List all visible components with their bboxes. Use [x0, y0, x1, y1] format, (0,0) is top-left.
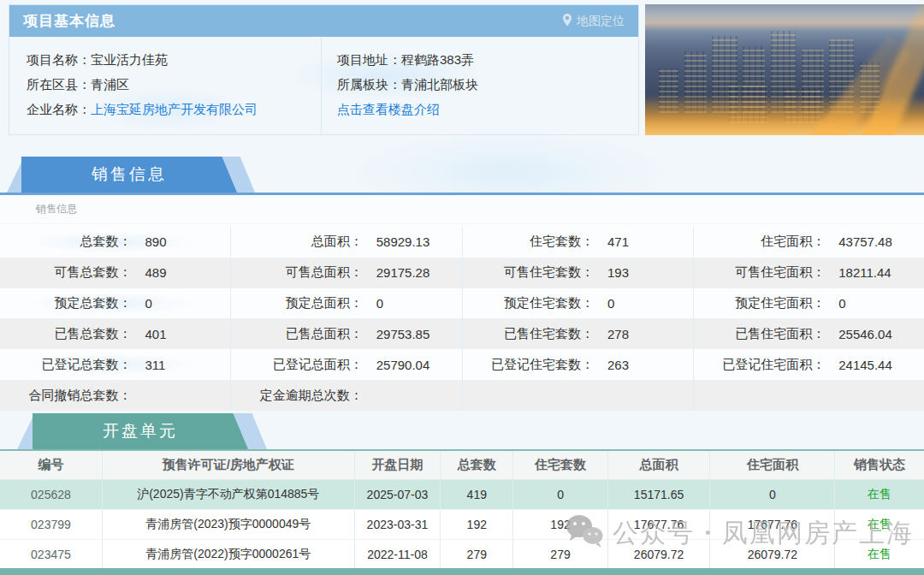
sales-field-label: 可售住宅套数：	[463, 264, 594, 281]
sales-cell: 可售总套数：489	[0, 258, 231, 288]
opening-cell: 0	[513, 480, 607, 509]
sales-field-label: 可售住宅面积：	[694, 264, 825, 281]
map-locate-link[interactable]: 地图定位	[562, 14, 625, 29]
sales-cell: 已售住宅面积：25546.04	[694, 318, 924, 349]
opening-cell: 2022-11-08	[355, 540, 441, 569]
project-info-right-col: 项目地址： 程鹤路383弄 所属板块： 青浦北部板块 点击查看楼盘介绍	[322, 37, 638, 134]
project-info-left-col: 项目名称： 宝业活力佳苑 所在区县： 青浦区 企业名称： 上海宝延房地产开发有限…	[9, 37, 322, 134]
sales-cell: 预定总面积：0	[231, 288, 462, 319]
opening-cell: 26079.72	[710, 540, 835, 569]
plate-label: 所属板块：	[337, 77, 401, 93]
sales-field-value: 890	[131, 234, 166, 249]
sales-field-value: 471	[594, 234, 629, 249]
sale-status-badge: 在售	[835, 540, 924, 569]
sales-field-label: 住宅面积：	[694, 234, 825, 250]
sales-cell: 已售住宅套数：278	[463, 318, 694, 349]
address-row: 项目地址： 程鹤路383弄	[337, 48, 638, 73]
opening-cell: 419	[441, 480, 513, 509]
sales-field-value: 278	[594, 327, 629, 341]
district-value: 青浦区	[91, 77, 129, 93]
opening-cell: 2023-03-31	[355, 510, 441, 539]
sales-field-value: 0	[131, 296, 151, 311]
sales-cell: 可售住宅套数：193	[463, 258, 694, 288]
sale-status-badge: 在售	[835, 480, 924, 509]
sales-row: 已登记总套数：311已登记总面积：25790.04已登记住宅套数：263已登记住…	[0, 349, 924, 380]
opening-cell: 17677.76	[608, 510, 711, 539]
sales-field-label: 预定住宅套数：	[463, 295, 594, 311]
sales-cell: 预定住宅面积：0	[694, 288, 924, 319]
sales-field-label: 可售总套数：	[0, 264, 131, 281]
map-locate-label: 地图定位	[577, 14, 625, 29]
sales-cell: 总面积：58929.13	[231, 227, 462, 258]
sales-field-label: 预定总面积：	[231, 295, 362, 311]
opening-cell: 279	[513, 540, 607, 569]
sales-field-value: 489	[131, 265, 166, 280]
district-label: 所在区县：	[27, 77, 91, 93]
project-photo	[645, 4, 924, 135]
project-name-value: 宝业活力佳苑	[91, 52, 168, 68]
project-info-body: 项目名称： 宝业活力佳苑 所在区县： 青浦区 企业名称： 上海宝延房地产开发有限…	[9, 37, 638, 134]
sales-row: 总套数：890总面积：58929.13住宅套数：471住宅面积：43757.48	[0, 227, 924, 258]
tab-opening-units[interactable]: 开盘单元	[33, 413, 248, 449]
sales-cell: 合同撤销总套数：	[0, 380, 231, 411]
opening-cell: 023475	[0, 540, 103, 569]
opening-column-header: 预售许可证/房地产权证	[103, 451, 355, 479]
opening-header-row: 编号预售许可证/房地产权证开盘日期总套数住宅套数总面积住宅面积销售状态	[0, 451, 924, 480]
opening-cell: 沪(2025)青字不动产权第014885号	[103, 480, 355, 509]
sales-field-value: 25790.04	[363, 358, 430, 372]
sales-field-label: 已登记总套数：	[0, 357, 131, 373]
tab-sales-info[interactable]: 销售信息	[21, 157, 237, 193]
project-name-row: 项目名称： 宝业活力佳苑	[27, 48, 321, 73]
opening-cell: 青浦房管(2022)预字0000261号	[103, 540, 355, 569]
opening-column-header: 总套数	[441, 451, 513, 479]
sales-field-value: 29753.85	[363, 327, 430, 341]
sales-field-value: 58929.13	[363, 234, 430, 249]
address-value: 程鹤路383弄	[401, 52, 474, 68]
sales-cell: 预定总套数：0	[0, 288, 231, 319]
opening-table-body: 025628沪(2025)青字不动产权第014885号2025-07-03419…	[0, 480, 924, 570]
opening-cell: 青浦房管(2023)预字0000049号	[103, 510, 355, 539]
sales-cell: 已售总套数：401	[0, 318, 231, 349]
sales-field-value: 29175.28	[363, 265, 430, 280]
sales-table-rows: 总套数：890总面积：58929.13住宅套数：471住宅面积：43757.48…	[0, 227, 924, 411]
opening-row[interactable]: 023799青浦房管(2023)预字0000049号2023-03-311921…	[0, 510, 924, 540]
sales-field-value: 25546.04	[825, 327, 892, 341]
address-label: 项目地址：	[337, 52, 401, 68]
opening-cell: 0	[710, 480, 835, 509]
intro-row: 点击查看楼盘介绍	[337, 98, 638, 122]
sales-field-label: 已售总面积：	[231, 326, 362, 342]
sales-field-value: 311	[131, 358, 165, 372]
opening-cell: 17677.76	[710, 510, 835, 539]
sales-cell: 预定住宅套数：0	[463, 288, 694, 319]
opening-column-header: 住宅套数	[513, 451, 607, 479]
project-info-panel: 项目基本信息 地图定位 项目名称： 宝业活力佳苑 所在区县： 青浦区 企业名称：…	[9, 4, 639, 135]
sales-field-value: 401	[131, 327, 166, 341]
intro-link[interactable]: 点击查看楼盘介绍	[337, 102, 440, 118]
opening-units-table: 编号预售许可证/房地产权证开盘日期总套数住宅套数总面积住宅面积销售状态 0256…	[0, 449, 924, 568]
opening-row[interactable]: 025628沪(2025)青字不动产权第014885号2025-07-03419…	[0, 480, 924, 510]
sales-field-label: 已登记总面积：	[231, 357, 362, 373]
sales-row: 可售总套数：489可售总面积：29175.28可售住宅套数：193可售住宅面积：…	[0, 258, 924, 288]
company-row: 企业名称： 上海宝延房地产开发有限公司	[27, 98, 321, 122]
district-row: 所在区县： 青浦区	[27, 73, 321, 98]
sales-field-label: 总面积：	[231, 234, 362, 250]
sales-cell: 可售住宅面积：18211.44	[694, 258, 924, 288]
company-link[interactable]: 上海宝延房地产开发有限公司	[91, 102, 258, 118]
opening-cell: 023799	[0, 510, 103, 539]
sales-field-label: 住宅套数：	[463, 234, 594, 250]
sales-field-label: 已售住宅面积：	[694, 326, 825, 342]
opening-cell: 26079.72	[608, 540, 711, 569]
sales-field-label: 已售住宅套数：	[463, 326, 594, 342]
opening-cell: 192	[441, 510, 513, 539]
table-bottom-bar	[0, 568, 924, 575]
opening-column-header: 总面积	[608, 451, 711, 479]
opening-column-header: 销售状态	[835, 451, 924, 479]
sales-field-label: 可售总面积：	[231, 264, 362, 281]
sales-field-value: 18211.44	[825, 265, 891, 280]
opening-row[interactable]: 023475青浦房管(2022)预字0000261号2022-11-082792…	[0, 540, 924, 570]
sales-field-label: 已登记住宅套数：	[463, 357, 594, 373]
sales-cell	[463, 380, 694, 411]
opening-cell: 279	[441, 540, 513, 569]
sales-cell: 住宅面积：43757.48	[694, 227, 924, 258]
sales-cell: 已登记总套数：311	[0, 349, 231, 380]
